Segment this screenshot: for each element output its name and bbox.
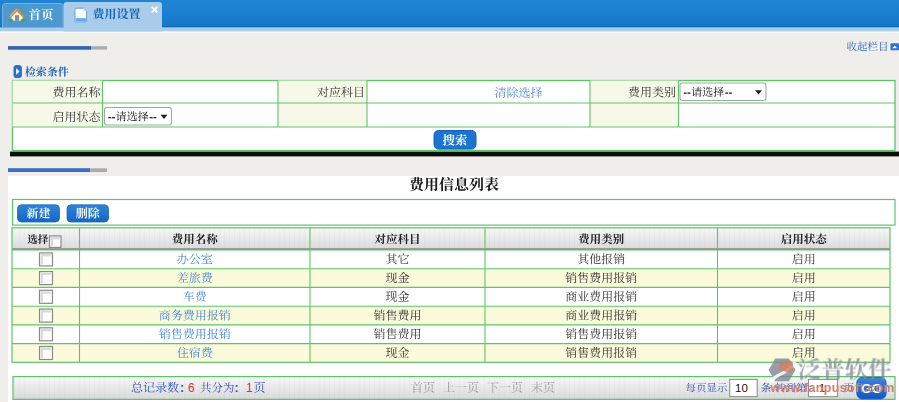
svg-text:1: 1: [246, 381, 253, 395]
svg-text:6: 6: [188, 381, 195, 395]
svg-text:10: 10: [735, 382, 748, 394]
svg-text::: :: [180, 381, 184, 395]
svg-text:www.fanpusoft.com: www.fanpusoft.com: [770, 381, 895, 395]
svg-text::: :: [235, 381, 239, 395]
